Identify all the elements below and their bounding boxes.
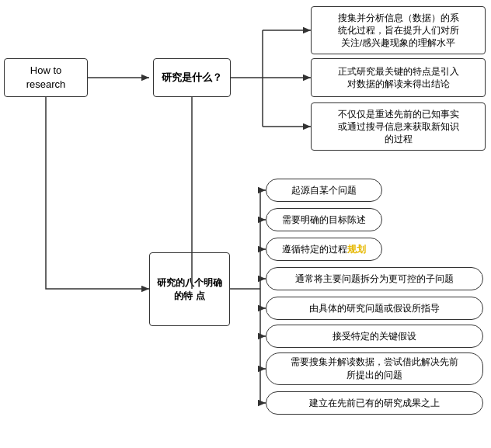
c3-label: 遵循特定的过程规划	[282, 243, 366, 256]
c5-node: 由具体的研究问题或假设所指导	[266, 297, 483, 320]
c6-node: 接受特定的关键假设	[266, 325, 483, 348]
what-is-research-node: 研究是什么？	[153, 58, 231, 97]
c4-label: 通常将主要问题拆分为更可控的子问题	[295, 273, 454, 286]
c7-node: 需要搜集并解读数据，尝试借此解决先前所提出的问题	[266, 352, 483, 385]
c3-node: 遵循特定的过程规划	[266, 238, 382, 261]
c1-label: 起源自某个问题	[291, 184, 357, 197]
c8-label: 建立在先前已有的研究成果之上	[309, 397, 440, 410]
c1-node: 起源自某个问题	[266, 179, 382, 202]
c7-label: 需要搜集并解读数据，尝试借此解决先前所提出的问题	[291, 356, 458, 382]
how-to-research-node: How to research	[4, 58, 88, 97]
def2-label: 正式研究最关键的特点是引入对数据的解读来得出结论	[338, 65, 459, 90]
c6-label: 接受特定的关键假设	[333, 330, 416, 343]
def2-node: 正式研究最关键的特点是引入对数据的解读来得出结论	[311, 58, 486, 97]
eight-points-node: 研究的八个明确的特 点	[149, 252, 230, 326]
c2-label: 需要明确的目标陈述	[282, 214, 366, 227]
what-is-research-label: 研究是什么？	[162, 71, 222, 85]
c8-node: 建立在先前已有的研究成果之上	[266, 391, 483, 415]
def1-node: 搜集并分析信息（数据）的系统化过程，旨在提升人们对所关注/感兴趣现象的理解水平	[311, 6, 486, 54]
def3-node: 不仅仅是重述先前的已知事实或通过搜寻信息来获取新知识的过程	[311, 102, 486, 151]
c5-label: 由具体的研究问题或假设所指导	[309, 302, 440, 315]
c3-highlight: 规划	[347, 244, 366, 255]
eight-points-label: 研究的八个明确的特 点	[155, 276, 225, 303]
def1-label: 搜集并分析信息（数据）的系统化过程，旨在提升人们对所关注/感兴趣现象的理解水平	[338, 12, 459, 49]
c2-node: 需要明确的目标陈述	[266, 208, 382, 231]
c4-node: 通常将主要问题拆分为更可控的子问题	[266, 267, 483, 290]
diagram: How to research 研究是什么？ 搜集并分析信息（数据）的系统化过程…	[0, 0, 491, 448]
def3-label: 不仅仅是重述先前的已知事实或通过搜寻信息来获取新知识的过程	[338, 108, 459, 145]
how-to-research-label: How to research	[9, 64, 82, 92]
